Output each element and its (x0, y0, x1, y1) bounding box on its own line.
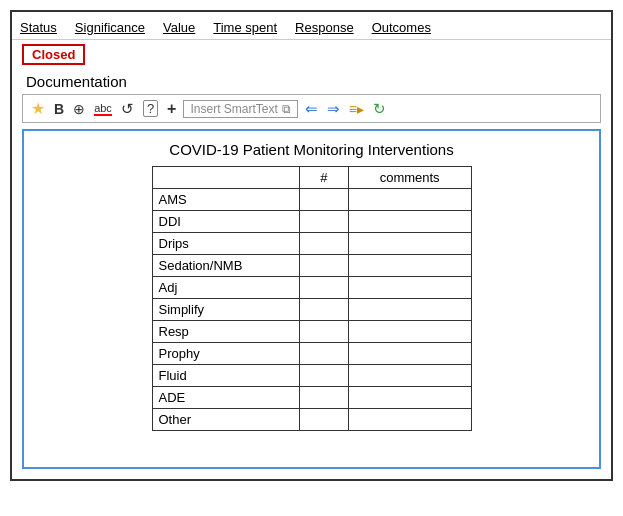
row-number[interactable] (299, 233, 348, 255)
table-row: Other (152, 409, 471, 431)
refresh-button[interactable]: ↻ (371, 99, 388, 119)
row-number[interactable] (299, 299, 348, 321)
toolbar: ★ B ⊕ abc ↺ ? + Insert SmartText ⧉ (22, 94, 601, 123)
left-arrow-icon: ⇐ (305, 100, 318, 118)
row-comments[interactable] (348, 343, 471, 365)
bold-icon: B (54, 101, 64, 117)
table-row: ADE (152, 387, 471, 409)
row-number[interactable] (299, 211, 348, 233)
tab-status[interactable]: Status (20, 18, 57, 37)
plus-icon: + (167, 100, 176, 118)
tab-time-spent[interactable]: Time spent (213, 18, 277, 37)
col-header-name (152, 167, 299, 189)
col-header-number: # (299, 167, 348, 189)
row-number[interactable] (299, 189, 348, 211)
row-number[interactable] (299, 255, 348, 277)
status-badge: Closed (22, 44, 85, 65)
row-label: Fluid (152, 365, 299, 387)
row-comments[interactable] (348, 409, 471, 431)
tab-value[interactable]: Value (163, 18, 195, 37)
spellcheck-button[interactable]: abc (92, 101, 114, 117)
row-label: Resp (152, 321, 299, 343)
list-button[interactable]: ≡▸ (347, 100, 366, 118)
row-comments[interactable] (348, 255, 471, 277)
row-comments[interactable] (348, 277, 471, 299)
undo-button[interactable]: ↺ (119, 99, 136, 119)
row-number[interactable] (299, 387, 348, 409)
table-row: Drips (152, 233, 471, 255)
documentation-title: Documentation (22, 73, 601, 90)
table-row: Sedation/NMB (152, 255, 471, 277)
row-comments[interactable] (348, 299, 471, 321)
row-comments[interactable] (348, 321, 471, 343)
list-icon: ≡▸ (349, 101, 364, 117)
search-plus-icon: ⊕ (73, 101, 85, 117)
right-arrow-icon: ⇒ (327, 100, 340, 118)
refresh-icon: ↻ (373, 100, 386, 118)
main-container: Status Significance Value Time spent Res… (10, 10, 613, 481)
table-row: Simplify (152, 299, 471, 321)
row-number[interactable] (299, 409, 348, 431)
status-row: Closed (12, 40, 611, 67)
table-row: DDI (152, 211, 471, 233)
row-label: Other (152, 409, 299, 431)
row-label: ADE (152, 387, 299, 409)
row-comments[interactable] (348, 189, 471, 211)
tab-response[interactable]: Response (295, 18, 354, 37)
row-number[interactable] (299, 343, 348, 365)
table-row: Fluid (152, 365, 471, 387)
table-title: COVID-19 Patient Monitoring Intervention… (38, 141, 585, 158)
tab-outcomes[interactable]: Outcomes (372, 18, 431, 37)
documentation-section: Documentation ★ B ⊕ abc ↺ ? + (12, 67, 611, 479)
table-row: Adj (152, 277, 471, 299)
smarttext-label: Insert SmartText (190, 102, 277, 116)
bold-button[interactable]: B (52, 100, 66, 118)
row-label: Simplify (152, 299, 299, 321)
table-row: Resp (152, 321, 471, 343)
monitoring-table: # comments AMSDDIDripsSedation/NMBAdjSim… (152, 166, 472, 431)
row-comments[interactable] (348, 211, 471, 233)
row-number[interactable] (299, 277, 348, 299)
row-label: AMS (152, 189, 299, 211)
help-icon: ? (143, 100, 158, 117)
col-header-comments: comments (348, 167, 471, 189)
abc-icon: abc (94, 102, 112, 116)
row-label: Adj (152, 277, 299, 299)
nav-tabs: Status Significance Value Time spent Res… (12, 12, 611, 40)
row-comments[interactable] (348, 387, 471, 409)
zoom-button[interactable]: ⊕ (71, 100, 87, 118)
star-icon: ★ (31, 99, 45, 118)
tab-significance[interactable]: Significance (75, 18, 145, 37)
row-label: Drips (152, 233, 299, 255)
row-number[interactable] (299, 321, 348, 343)
row-comments[interactable] (348, 365, 471, 387)
table-header-row: # comments (152, 167, 471, 189)
favorite-button[interactable]: ★ (29, 98, 47, 119)
row-comments[interactable] (348, 233, 471, 255)
help-button[interactable]: ? (141, 99, 160, 118)
row-label: Sedation/NMB (152, 255, 299, 277)
smarttext-input[interactable]: Insert SmartText ⧉ (183, 100, 297, 118)
copy-icon: ⧉ (282, 102, 291, 116)
arrow-left-button[interactable]: ⇐ (303, 99, 320, 119)
arrow-right-button[interactable]: ⇒ (325, 99, 342, 119)
add-button[interactable]: + (165, 99, 178, 119)
row-number[interactable] (299, 365, 348, 387)
row-label: Prophy (152, 343, 299, 365)
table-row: AMS (152, 189, 471, 211)
row-label: DDI (152, 211, 299, 233)
table-row: Prophy (152, 343, 471, 365)
content-area: COVID-19 Patient Monitoring Intervention… (22, 129, 601, 469)
undo-icon: ↺ (121, 100, 134, 118)
